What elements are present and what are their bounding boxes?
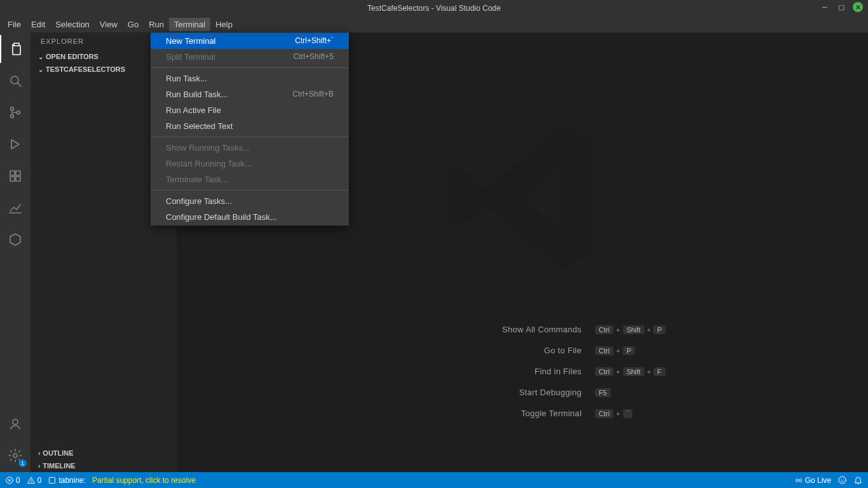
svg-point-18 <box>797 479 800 482</box>
accounts-icon[interactable] <box>0 410 31 438</box>
activity-bar: 1 <box>0 32 31 472</box>
menu-selection[interactable]: Selection <box>50 18 94 31</box>
chevron-right-icon: › <box>38 463 40 470</box>
svg-rect-7 <box>10 177 15 181</box>
kbd-key: Ctrl <box>595 325 613 334</box>
settings-badge: 1 <box>18 459 27 467</box>
hint-row: Toggle TerminalCtrl+` <box>378 409 666 418</box>
vscode-watermark-icon <box>433 109 611 289</box>
kbd-key: Shift <box>623 325 644 334</box>
menu-item-run-build-task[interactable]: Run Build Task...Ctrl+Shift+B <box>151 86 349 102</box>
hint-label: Start Debugging <box>378 388 594 397</box>
menu-item-configure-default-build-task[interactable]: Configure Default Build Task... <box>151 209 349 225</box>
window-controls: ─ ▢ <box>820 2 863 12</box>
hint-row: Show All CommandsCtrl+Shift+P <box>378 325 666 334</box>
chevron-down-icon: ⌄ <box>38 66 43 73</box>
chevron-down-icon: ⌄ <box>38 53 43 60</box>
hint-row: Start DebuggingF5 <box>378 388 666 397</box>
menu-item-run-selected-text[interactable]: Run Selected Text <box>151 118 349 134</box>
hint-label: Show All Commands <box>378 325 594 334</box>
chevron-right-icon: › <box>38 450 40 457</box>
status-feedback-icon[interactable] <box>837 475 847 485</box>
settings-gear-icon[interactable]: 1 <box>0 442 31 470</box>
hint-label: Go to File <box>378 346 594 355</box>
window-title: TestCafeSelectors - Visual Studio Code <box>367 4 501 13</box>
menu-item-run-task[interactable]: Run Task... <box>151 71 349 86</box>
menu-terminal[interactable]: Terminal <box>169 18 210 31</box>
menu-go[interactable]: Go <box>123 18 144 31</box>
hint-label: Find in Files <box>378 367 594 376</box>
hint-label: Toggle Terminal <box>378 409 594 418</box>
menu-item-show-running-tasks: Show Running Tasks... <box>151 140 349 156</box>
menu-file[interactable]: File <box>3 18 26 31</box>
sidebar-section-timeline[interactable]: › TIMELINE <box>31 459 177 472</box>
status-tabnine-message[interactable]: Partial support, click to resolve <box>92 476 196 485</box>
menu-separator <box>151 67 349 68</box>
menu-item-run-active-file[interactable]: Run Active File <box>151 102 349 118</box>
svg-rect-5 <box>10 171 15 175</box>
svg-point-11 <box>13 454 17 458</box>
minimize-button[interactable]: ─ <box>820 2 830 12</box>
source-control-icon[interactable] <box>0 98 31 126</box>
status-bar: 0 0 tabnine: Partial support, click to r… <box>0 472 868 488</box>
svg-rect-8 <box>16 177 20 181</box>
run-debug-icon[interactable] <box>0 130 31 158</box>
svg-rect-17 <box>50 477 55 483</box>
svg-line-1 <box>18 83 21 86</box>
hexagon-icon[interactable] <box>0 226 31 254</box>
menu-help[interactable]: Help <box>210 18 238 31</box>
menu-item-new-terminal[interactable]: New TerminalCtrl+Shift+` <box>151 33 349 49</box>
menu-edit[interactable]: Edit <box>26 18 50 31</box>
main-area: 1 EXPLORER ⌄ OPEN EDITORS ⌄ TESTCAFESELE… <box>0 32 868 472</box>
extensions-icon[interactable] <box>0 162 31 190</box>
kbd-key: Ctrl <box>595 367 613 376</box>
kbd-key: ` <box>623 409 633 418</box>
menu-separator <box>151 137 349 137</box>
status-errors[interactable]: 0 <box>5 476 20 485</box>
status-golive[interactable]: Go Live <box>794 476 831 485</box>
svg-point-19 <box>839 477 846 484</box>
hint-row: Go to FileCtrl+P <box>378 346 666 355</box>
kbd-key: P <box>623 346 635 355</box>
kbd-key: Ctrl <box>595 409 613 418</box>
svg-rect-6 <box>16 171 20 175</box>
terminal-menu-dropdown: New TerminalCtrl+Shift+`Split TerminalCt… <box>151 32 349 226</box>
menu-item-terminate-task: Terminate Task... <box>151 172 349 187</box>
menu-run[interactable]: Run <box>144 18 169 31</box>
kbd-key: Shift <box>623 367 644 376</box>
maximize-button[interactable]: ▢ <box>836 2 846 12</box>
kbd-key: Ctrl <box>595 346 613 355</box>
search-icon[interactable] <box>0 67 31 95</box>
welcome-hints: Show All CommandsCtrl+Shift+PGo to FileC… <box>378 325 666 430</box>
sidebar-section-outline[interactable]: › OUTLINE <box>31 447 177 459</box>
menu-item-split-terminal: Split TerminalCtrl+Shift+5 <box>151 49 349 65</box>
hint-row: Find in FilesCtrl+Shift+F <box>378 367 666 376</box>
close-button[interactable] <box>853 2 863 12</box>
titlebar: TestCafeSelectors - Visual Studio Code ─… <box>0 0 868 16</box>
status-tabnine[interactable]: tabnine: <box>48 476 86 485</box>
status-bell-icon[interactable] <box>853 475 863 485</box>
menubar: FileEditSelectionViewGoRunTerminalHelp <box>0 16 868 32</box>
menu-view[interactable]: View <box>95 18 123 31</box>
chart-icon[interactable] <box>0 194 31 222</box>
menu-item-restart-running-task: Restart Running Task... <box>151 156 349 172</box>
svg-point-10 <box>13 419 18 424</box>
svg-point-0 <box>11 76 18 84</box>
menu-separator <box>151 190 349 191</box>
explorer-icon[interactable] <box>0 35 31 63</box>
kbd-key: P <box>653 325 665 334</box>
status-warnings[interactable]: 0 <box>27 476 42 485</box>
kbd-key: F <box>653 367 665 376</box>
menu-item-configure-tasks[interactable]: Configure Tasks... <box>151 193 349 209</box>
kbd-key: F5 <box>595 388 611 397</box>
